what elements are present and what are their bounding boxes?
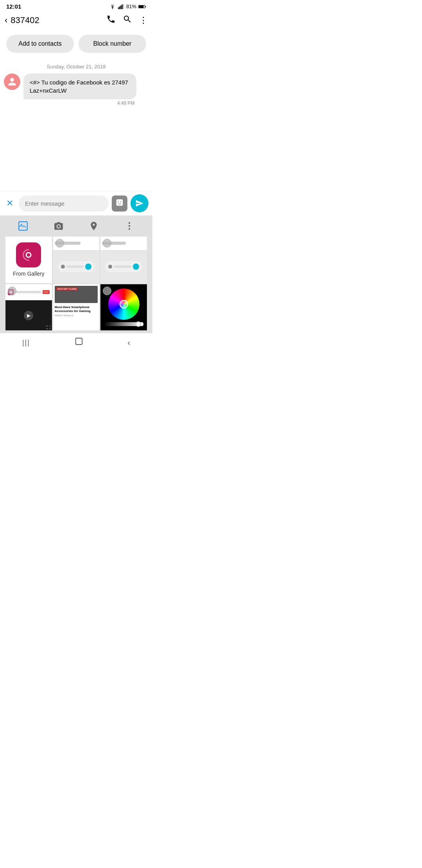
top-actions: ⋮: [106, 14, 148, 26]
camera-button[interactable]: [54, 221, 64, 231]
gallery-button[interactable]: [18, 221, 28, 231]
svg-rect-1: [119, 6, 120, 9]
svg-point-15: [129, 225, 130, 227]
wifi-icon: [109, 4, 116, 9]
gallery-item[interactable]: TEST ▶ ⛶: [5, 284, 52, 331]
color-wheel: [108, 289, 139, 320]
svg-rect-2: [120, 5, 121, 9]
date-divider: Sunday, October 21, 2018: [0, 58, 152, 74]
gallery-item[interactable]: [100, 237, 147, 283]
sticker-button[interactable]: [112, 195, 127, 212]
svg-point-18: [27, 253, 30, 257]
home-button[interactable]: [75, 337, 83, 348]
more-media-button[interactable]: [124, 221, 134, 231]
media-icons-row: [5, 221, 147, 237]
back-button[interactable]: ‹: [5, 14, 11, 27]
select-circle: [103, 287, 111, 295]
avatar: [4, 74, 20, 90]
message-bubble: <#> Tu codigo de Facebook es 27497 Laz+n…: [23, 74, 136, 99]
svg-rect-6: [145, 6, 146, 7]
svg-rect-7: [139, 5, 144, 8]
search-icon[interactable]: [123, 14, 132, 26]
message-time: 4:49 PM: [23, 100, 136, 106]
battery-percent: 81%: [126, 4, 136, 9]
gallery-item[interactable]: [53, 237, 100, 283]
input-row: ✕: [0, 191, 152, 215]
messages-area: <#> Tu codigo de Facebook es 27497 Laz+n…: [0, 74, 152, 191]
close-input-button[interactable]: ✕: [4, 198, 16, 208]
gallery-grid: From Gallery: [5, 237, 147, 330]
message-bubble-wrap: <#> Tu codigo de Facebook es 27497 Laz+n…: [23, 74, 136, 106]
more-options-icon[interactable]: ⋮: [139, 15, 148, 25]
back-nav-button[interactable]: ‹: [127, 338, 130, 347]
add-to-contacts-button[interactable]: Add to contacts: [6, 35, 74, 53]
svg-point-10: [120, 201, 122, 203]
color-bar: [104, 322, 143, 326]
block-number-button[interactable]: Block number: [79, 35, 146, 53]
media-panel: From Gallery: [0, 215, 152, 333]
svg-point-13: [57, 225, 60, 228]
message-row: <#> Tu codigo de Facebook es 27497 Laz+n…: [4, 74, 148, 106]
recents-button[interactable]: |||: [22, 339, 30, 347]
phone-icon[interactable]: [106, 14, 116, 26]
battery-icon: [138, 4, 146, 9]
svg-point-16: [129, 228, 130, 230]
select-circle: [55, 239, 64, 247]
svg-point-9: [118, 201, 119, 203]
svg-rect-3: [122, 4, 123, 9]
top-bar: ‹ 837402 ⋮: [0, 11, 152, 29]
svg-rect-0: [118, 7, 119, 9]
nav-bar: ||| ‹: [0, 333, 152, 353]
gallery-item[interactable]: 2019 GIFT GUIDE Must-Have Smartphone Acc…: [53, 284, 100, 331]
svg-rect-8: [116, 199, 123, 206]
svg-rect-4: [123, 4, 124, 9]
contact-number: 837402: [11, 15, 106, 25]
gallery-app-icon: [16, 242, 41, 267]
status-time: 12:01: [6, 3, 21, 10]
status-bar: 12:01 81%: [0, 0, 152, 11]
from-gallery-label: From Gallery: [13, 271, 45, 277]
action-buttons: Add to contacts Block number: [0, 29, 152, 58]
signal-icon: [118, 4, 124, 9]
select-circle: [8, 287, 16, 295]
svg-rect-19: [75, 338, 82, 345]
svg-point-14: [129, 222, 130, 224]
message-input[interactable]: [19, 195, 109, 212]
status-icons: 81%: [109, 4, 146, 9]
from-gallery-item[interactable]: From Gallery: [5, 237, 52, 283]
location-button[interactable]: [89, 221, 99, 231]
gallery-item[interactable]: [100, 284, 147, 331]
send-button[interactable]: [131, 194, 148, 212]
